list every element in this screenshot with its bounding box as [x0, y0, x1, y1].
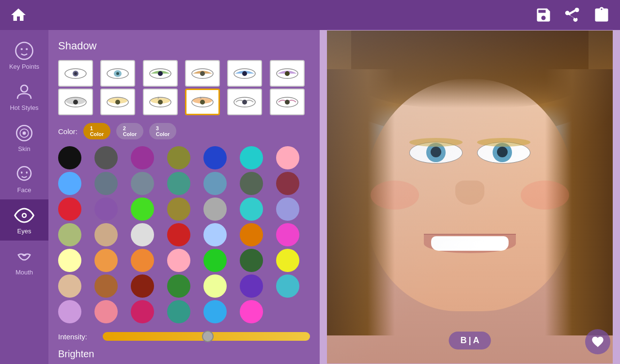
color-swatch-40[interactable]: [240, 274, 263, 298]
color-swatch-9[interactable]: [131, 172, 154, 195]
color-swatch-16[interactable]: [131, 197, 154, 221]
color-swatch-45[interactable]: [167, 300, 190, 323]
svg-point-2: [26, 48, 28, 50]
section-title: Shadow: [58, 40, 310, 52]
svg-point-14: [74, 72, 77, 75]
color-swatch-2[interactable]: [131, 146, 154, 169]
svg-point-3: [21, 85, 28, 92]
eye-icon: [14, 205, 34, 226]
color-swatch-15[interactable]: [94, 197, 118, 221]
svg-text:2: 2: [157, 96, 159, 100]
sidebar-item-skin[interactable]: Skin: [0, 117, 48, 158]
color-swatch-39[interactable]: [203, 274, 227, 298]
color-swatch-47[interactable]: [240, 300, 263, 323]
color-swatch-10[interactable]: [167, 172, 190, 195]
eye-style-5[interactable]: [227, 60, 262, 87]
center-panel: Shadow: [48, 30, 320, 364]
sidebar-item-mouth[interactable]: Mouth: [0, 241, 48, 282]
intensity-slider[interactable]: [103, 332, 310, 341]
color-swatch-38[interactable]: [167, 274, 190, 298]
lips-icon: [14, 246, 34, 267]
heart-fab-button[interactable]: [585, 329, 610, 354]
color-swatch-28[interactable]: [58, 249, 81, 272]
home-icon[interactable]: [10, 6, 27, 24]
sidebar-item-hot-styles[interactable]: Hot Styles: [0, 76, 48, 117]
eye-style-9[interactable]: 2: [143, 89, 178, 115]
sidebar-item-eyes[interactable]: Eyes: [0, 199, 48, 241]
svg-point-34: [158, 100, 163, 105]
color-swatch-4[interactable]: [203, 146, 227, 169]
color-swatch-22[interactable]: [94, 223, 118, 246]
color-swatch-0[interactable]: [58, 146, 81, 169]
color-row: Color: 1Color 2Color 3Color: [58, 123, 310, 139]
svg-point-9: [26, 171, 28, 174]
eye-style-10[interactable]: 3: [185, 89, 220, 115]
save-icon[interactable]: [535, 6, 552, 24]
eye-style-3[interactable]: [143, 60, 178, 87]
svg-point-38: [200, 100, 205, 105]
color-2-button[interactable]: 2Color: [116, 123, 143, 139]
eye-style-8[interactable]: [100, 89, 135, 115]
color-swatch-25[interactable]: [203, 223, 227, 246]
color-swatch-31[interactable]: [167, 249, 190, 272]
color-swatch-44[interactable]: [131, 300, 154, 323]
color-1-button[interactable]: 1Color: [83, 123, 110, 139]
color-swatch-3[interactable]: [167, 146, 190, 169]
eye-style-12[interactable]: [270, 89, 305, 115]
intensity-thumb[interactable]: [202, 331, 214, 342]
sidebar-item-key-points[interactable]: Key Points: [0, 35, 48, 76]
color-swatch-14[interactable]: [58, 197, 81, 221]
sidebar-item-label: Skin: [18, 145, 30, 152]
color-3-button[interactable]: 3Color: [149, 123, 176, 139]
eye-style-1[interactable]: [58, 60, 93, 87]
ba-divider: |: [468, 335, 471, 346]
color-swatch-41[interactable]: [276, 274, 299, 298]
share-icon[interactable]: [564, 6, 581, 24]
photo-area: B | A: [320, 30, 620, 364]
color-swatch-20[interactable]: [276, 197, 299, 221]
color-swatch-21[interactable]: [58, 223, 81, 246]
sidebar-item-label: Mouth: [16, 269, 33, 276]
color-swatch-11[interactable]: [203, 172, 227, 195]
color-swatch-17[interactable]: [167, 197, 190, 221]
color-swatch-36[interactable]: [94, 274, 118, 298]
color-swatch-24[interactable]: [167, 223, 190, 246]
color-swatch-37[interactable]: [131, 274, 154, 298]
ba-button[interactable]: B | A: [449, 332, 491, 349]
color-swatch-7[interactable]: [58, 172, 81, 195]
sidebar-item-face[interactable]: Face: [0, 158, 48, 199]
eye-style-7[interactable]: [58, 89, 93, 115]
svg-point-31: [115, 100, 120, 105]
color-swatch-1[interactable]: [94, 146, 118, 169]
color-swatch-46[interactable]: [203, 300, 227, 323]
color-swatch-19[interactable]: [240, 197, 263, 221]
color-swatch-18[interactable]: [203, 197, 227, 221]
color-swatch-5[interactable]: [240, 146, 263, 169]
eye-style-6[interactable]: [270, 60, 305, 87]
color-swatch-34[interactable]: [276, 249, 299, 272]
color-swatch-6[interactable]: [276, 146, 299, 169]
color-swatch-8[interactable]: [94, 172, 118, 195]
svg-point-19: [158, 71, 163, 76]
color-swatch-43[interactable]: [94, 300, 118, 323]
color-swatch-30[interactable]: [131, 249, 154, 272]
color-swatch-23[interactable]: [131, 223, 154, 246]
svg-point-1: [21, 48, 23, 50]
color-swatch-33[interactable]: [240, 249, 263, 272]
brighten-title: Brighten: [58, 349, 310, 360]
color-swatch-29[interactable]: [94, 249, 118, 272]
eye-style-grid: 2 3: [58, 60, 310, 115]
color-swatch-13[interactable]: [276, 172, 299, 195]
color-swatch-35[interactable]: [58, 274, 81, 298]
clipboard-icon[interactable]: [593, 6, 610, 24]
color-swatch-42[interactable]: [58, 300, 81, 323]
color-swatch-32[interactable]: [203, 249, 227, 272]
color-swatch-12[interactable]: [240, 172, 263, 195]
eye-style-2[interactable]: [100, 60, 135, 87]
svg-point-17: [116, 72, 119, 75]
color-swatch-26[interactable]: [240, 223, 263, 246]
eye-style-4[interactable]: [185, 60, 220, 87]
eye-style-11[interactable]: [227, 89, 262, 115]
svg-text:3: 3: [200, 96, 202, 100]
color-swatch-27[interactable]: [276, 223, 299, 246]
